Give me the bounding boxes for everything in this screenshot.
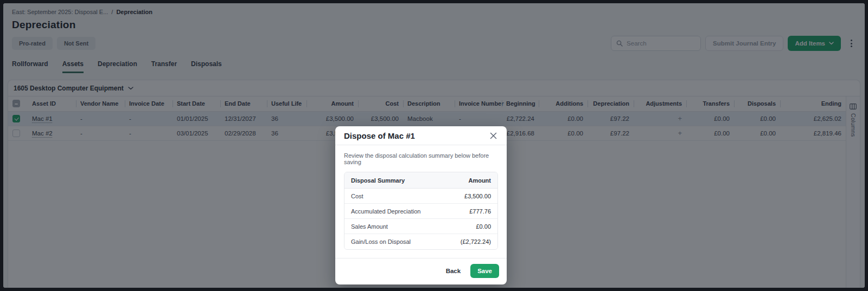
summary-header-label: Disposal Summary — [351, 177, 405, 184]
save-button[interactable]: Save — [470, 264, 499, 278]
modal-description: Review the disposal calculation summary … — [344, 152, 498, 165]
summary-amount: (£2,722.24) — [461, 238, 491, 245]
summary-amount: £777.76 — [469, 208, 491, 215]
summary-header-amount: Amount — [468, 177, 491, 184]
summary-label: Gain/Loss on Disposal — [351, 238, 411, 245]
summary-row-cost: Cost £3,500.00 — [344, 189, 497, 204]
app-page: East: September 2025: Disposal E... / De… — [3, 3, 865, 288]
summary-label: Cost — [351, 193, 363, 199]
modal-footer: Back Save — [335, 258, 507, 284]
summary-amount: £0.00 — [476, 223, 491, 230]
modal-body: Review the disposal calculation summary … — [335, 145, 507, 258]
summary-row-sales-amount: Sales Amount £0.00 — [344, 219, 497, 234]
disposal-summary-table: Disposal Summary Amount Cost £3,500.00 A… — [344, 172, 498, 250]
summary-header-row: Disposal Summary Amount — [344, 172, 497, 189]
modal-title: Dispose of Mac #1 — [344, 131, 415, 140]
summary-row-gain-loss: Gain/Loss on Disposal (£2,722.24) — [344, 234, 497, 249]
summary-label: Sales Amount — [351, 223, 388, 230]
close-icon[interactable] — [488, 131, 498, 140]
summary-label: Accumulated Depreciation — [351, 208, 420, 215]
window-frame: East: September 2025: Disposal E... / De… — [0, 0, 868, 291]
summary-amount: £3,500.00 — [464, 193, 491, 199]
dispose-modal: Dispose of Mac #1 Review the disposal ca… — [335, 126, 507, 284]
back-button[interactable]: Back — [439, 264, 468, 278]
modal-header: Dispose of Mac #1 — [335, 126, 507, 145]
summary-row-accumulated-depreciation: Accumulated Depreciation £777.76 — [344, 204, 497, 219]
